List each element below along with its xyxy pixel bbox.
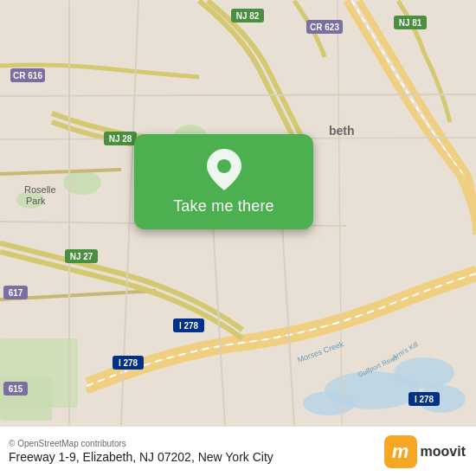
app: NJ 82 CR 623 NJ 81 CR 616 NJ 28 beth NJ … [0, 0, 476, 476]
svg-text:Roselle: Roselle [24, 184, 56, 195]
bottom-left-info: © OpenStreetMap contributors Freeway 1-9… [9, 439, 273, 464]
svg-text:beth: beth [329, 124, 355, 138]
bottom-bar: © OpenStreetMap contributors Freeway 1-9… [0, 426, 476, 476]
location-pin-icon [207, 149, 241, 190]
moovit-icon: m [384, 435, 417, 468]
svg-text:CR 623: CR 623 [310, 23, 339, 32]
svg-text:I 278: I 278 [415, 395, 434, 404]
osm-credit: © OpenStreetMap contributors [9, 439, 273, 448]
svg-point-3 [303, 391, 355, 415]
take-me-there-button[interactable]: Take me there [134, 134, 313, 229]
location-text: Freeway 1-9, Elizabeth, NJ 07202, New Yo… [9, 450, 273, 464]
moovit-label: moovit [421, 444, 466, 460]
svg-text:CR 616: CR 616 [13, 71, 42, 80]
svg-point-2 [394, 357, 454, 389]
svg-point-48 [217, 159, 231, 173]
button-label: Take me there [173, 197, 274, 215]
map-background: NJ 82 CR 623 NJ 81 CR 616 NJ 28 beth NJ … [0, 0, 476, 426]
svg-text:NJ 27: NJ 27 [70, 252, 93, 261]
svg-text:I 278: I 278 [179, 321, 199, 331]
svg-text:NJ 81: NJ 81 [399, 18, 422, 28]
map-container: NJ 82 CR 623 NJ 81 CR 616 NJ 28 beth NJ … [0, 0, 476, 426]
svg-text:Park: Park [26, 196, 46, 206]
moovit-logo: m moovit [384, 435, 466, 468]
svg-text:615: 615 [9, 384, 23, 394]
svg-text:NJ 82: NJ 82 [236, 11, 260, 21]
svg-text:NJ 28: NJ 28 [109, 134, 132, 144]
svg-text:I 278: I 278 [119, 358, 138, 368]
svg-text:617: 617 [9, 288, 23, 298]
